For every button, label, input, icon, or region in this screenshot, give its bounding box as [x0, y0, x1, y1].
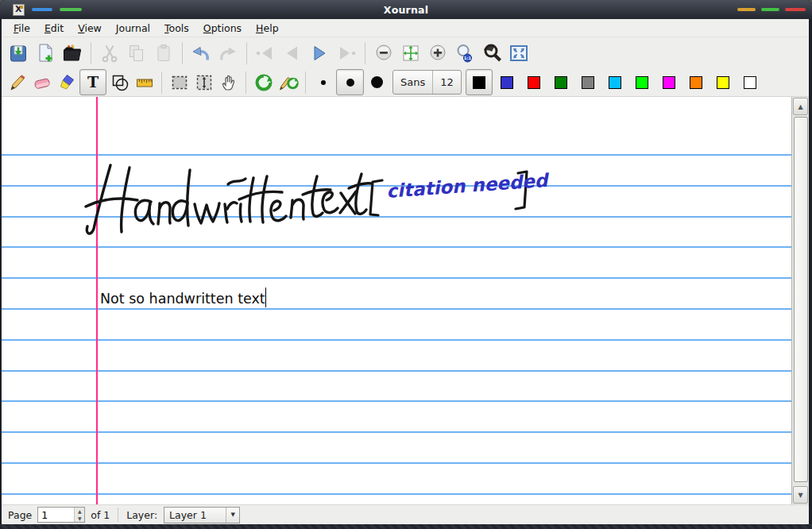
menu-journal[interactable]: Journal — [109, 20, 157, 37]
white-swatch[interactable] — [744, 76, 756, 89]
black-swatch — [473, 76, 485, 89]
layer-value: Layer 1 — [164, 509, 226, 521]
fullscreen-button[interactable] — [506, 41, 532, 66]
previous-page-icon — [282, 43, 303, 64]
zoom-100-icon: 1:1 — [454, 43, 475, 64]
paste-button[interactable] — [151, 41, 176, 66]
zoom-tool-button[interactable] — [479, 41, 505, 66]
select-rectangle-button[interactable] — [168, 71, 191, 94]
ruler-icon — [135, 73, 154, 92]
menu-options[interactable]: Options — [196, 20, 249, 37]
last-page-icon — [336, 43, 357, 64]
statusbar-separator — [118, 508, 118, 522]
thickness-fine-button[interactable] — [311, 71, 334, 94]
ruler-tool-button[interactable] — [133, 71, 156, 94]
menu-tools[interactable]: Tools — [157, 20, 196, 37]
lightgreen-swatch[interactable] — [636, 76, 648, 89]
shape-recognizer-button[interactable] — [108, 71, 131, 94]
color-black-button[interactable] — [466, 69, 493, 95]
cut-icon — [99, 43, 120, 64]
open-button[interactable] — [60, 41, 85, 66]
minimize-button[interactable] — [737, 8, 756, 11]
toolbar-separator — [91, 42, 91, 64]
menu-edit[interactable]: Edit — [37, 20, 71, 37]
menu-view[interactable]: View — [71, 20, 109, 37]
red-swatch[interactable] — [528, 76, 540, 89]
last-page-button[interactable] — [334, 41, 359, 66]
layer-dropdown[interactable]: Layer 1 ▼ — [164, 507, 240, 523]
blue-swatch[interactable] — [501, 76, 513, 89]
undo-icon — [191, 43, 211, 64]
font-size-label[interactable]: 12 — [433, 71, 461, 94]
toolbar-separator — [305, 71, 306, 94]
undo-button[interactable] — [188, 41, 214, 66]
zoom-out-button[interactable] — [371, 41, 396, 66]
window-bottom-border — [0, 524, 812, 529]
gray-swatch[interactable] — [582, 76, 594, 89]
first-page-button[interactable] — [253, 41, 278, 66]
default-icon — [254, 73, 273, 92]
menu-file[interactable]: File — [6, 20, 37, 37]
statusbar: Page ▲ ▼ of 1 Layer: Layer 1 ▼ — [2, 504, 809, 524]
medium-dot-icon — [346, 79, 354, 87]
page-spinner[interactable]: ▲ ▼ — [74, 508, 84, 522]
app-icon[interactable] — [13, 4, 25, 16]
zoom-100-button[interactable]: 1:1 — [452, 41, 478, 66]
menu-help[interactable]: Help — [249, 20, 286, 37]
thickness-thick-button[interactable] — [365, 71, 389, 94]
window-title: Xournal — [0, 4, 812, 16]
thickness-medium-button[interactable] — [336, 69, 364, 95]
green-swatch[interactable] — [555, 76, 567, 89]
new-button[interactable] — [33, 41, 58, 66]
page-count-label: of 1 — [91, 509, 110, 521]
eraser-icon — [33, 73, 52, 92]
font-button[interactable]: Sans 12 — [392, 70, 462, 95]
highlighter-tool-button[interactable] — [55, 71, 78, 94]
zoom-tool-icon — [481, 42, 503, 64]
fullscreen-icon — [508, 43, 529, 64]
spin-down-icon[interactable]: ▼ — [75, 515, 84, 522]
shape-recognizer-icon — [110, 73, 130, 92]
page-canvas[interactable]: citation needed Not so handwritten text … — [2, 97, 809, 504]
copy-button[interactable] — [124, 41, 149, 66]
text-caret — [265, 288, 267, 307]
close-button[interactable] — [785, 8, 806, 11]
next-page-button[interactable] — [307, 41, 332, 66]
default-tool-button[interactable] — [252, 71, 275, 94]
font-family-label[interactable]: Sans — [393, 71, 432, 94]
save-icon — [8, 43, 29, 64]
page-spinbox[interactable]: ▲ ▼ — [37, 507, 85, 523]
cut-button[interactable] — [97, 41, 122, 66]
scroll-up-button[interactable]: ▲ — [793, 98, 808, 115]
toolbar-separator — [246, 71, 246, 94]
page-number-input[interactable] — [38, 508, 74, 522]
hand-tool-button[interactable] — [217, 71, 240, 94]
zoom-in-button[interactable] — [425, 41, 450, 66]
vertical-space-button[interactable] — [192, 71, 215, 94]
toolbar-separator — [182, 42, 183, 64]
vertical-scrollbar[interactable]: ▲ ▼ — [791, 97, 809, 504]
magenta-swatch[interactable] — [663, 76, 675, 89]
eraser-tool-button[interactable] — [30, 71, 53, 94]
text-tool-button[interactable]: T — [79, 69, 106, 95]
spin-up-icon[interactable]: ▲ — [75, 508, 84, 515]
toolbar-separator — [161, 71, 162, 94]
first-page-icon — [255, 43, 276, 64]
orange-swatch[interactable] — [690, 76, 702, 89]
maximize-button[interactable] — [761, 8, 779, 11]
previous-page-button[interactable] — [280, 41, 305, 66]
typed-text[interactable]: Not so handwritten text — [100, 288, 266, 309]
next-page-icon — [309, 43, 330, 64]
redo-button[interactable] — [215, 41, 241, 66]
titlebar[interactable]: Xournal — [0, 0, 812, 19]
yellow-swatch[interactable] — [717, 76, 729, 89]
scrollbar-thumb[interactable] — [794, 117, 808, 482]
fine-dot-icon — [321, 80, 326, 85]
lightblue-swatch[interactable] — [609, 76, 621, 89]
open-folder-icon — [62, 43, 83, 64]
save-button[interactable] — [6, 41, 31, 66]
pen-tool-button[interactable] — [6, 71, 29, 94]
fit-width-button[interactable] — [398, 41, 423, 66]
default-pen-button[interactable] — [276, 71, 300, 94]
scroll-down-button[interactable]: ▼ — [793, 486, 808, 504]
